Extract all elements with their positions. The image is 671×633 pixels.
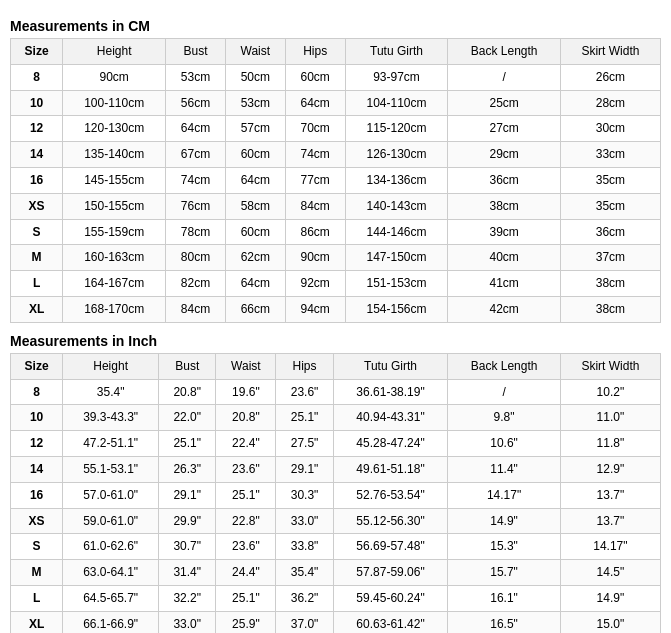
table-cell: 29.1" [276,456,333,482]
table-cell: / [448,64,560,90]
table-cell: XS [11,193,63,219]
table-cell: 29.9" [159,508,216,534]
inch-header-cell: Skirt Width [560,353,660,379]
table-cell: 25cm [448,90,560,116]
table-cell: 33.0" [276,508,333,534]
table-cell: 55.12-56.30" [333,508,448,534]
table-cell: S [11,219,63,245]
table-cell: 10.2" [560,379,660,405]
table-cell: 59.45-60.24" [333,585,448,611]
table-cell: 67cm [166,142,226,168]
table-cell: 30.3" [276,482,333,508]
table-cell: 151-153cm [345,271,448,297]
table-cell: 64cm [225,271,285,297]
table-cell: 63.0-64.1" [63,560,159,586]
inch-header-cell: Tutu Girth [333,353,448,379]
table-cell: 154-156cm [345,296,448,322]
table-cell: 47.2-51.1" [63,431,159,457]
table-cell: 50cm [225,64,285,90]
table-cell: 20.8" [216,405,276,431]
table-cell: 10 [11,405,63,431]
table-cell: 12 [11,431,63,457]
table-row: S155-159cm78cm60cm86cm144-146cm39cm36cm [11,219,661,245]
table-cell: 39cm [448,219,560,245]
table-cell: 14 [11,142,63,168]
cm-header-cell: Size [11,39,63,65]
table-cell: 86cm [285,219,345,245]
table-cell: 135-140cm [63,142,166,168]
table-cell: 59.0-61.0" [63,508,159,534]
inch-header-cell: Height [63,353,159,379]
table-cell: 28cm [560,90,660,116]
table-cell: 64cm [166,116,226,142]
table-row: L164-167cm82cm64cm92cm151-153cm41cm38cm [11,271,661,297]
table-cell: 10.6" [448,431,560,457]
inch-header-cell: Back Length [448,353,560,379]
table-row: S61.0-62.6"30.7"23.6"33.8"56.69-57.48"15… [11,534,661,560]
table-cell: 22.4" [216,431,276,457]
table-cell: 82cm [166,271,226,297]
table-cell: 60cm [285,64,345,90]
table-cell: 57.87-59.06" [333,560,448,586]
table-row: XS150-155cm76cm58cm84cm140-143cm38cm35cm [11,193,661,219]
table-cell: 15.3" [448,534,560,560]
table-cell: 14.9" [448,508,560,534]
table-cell: 76cm [166,193,226,219]
table-cell: 60.63-61.42" [333,611,448,633]
table-cell: M [11,560,63,586]
table-cell: 56.69-57.48" [333,534,448,560]
table-cell: 41cm [448,271,560,297]
table-cell: 60cm [225,219,285,245]
table-row: 1247.2-51.1"25.1"22.4"27.5"45.28-47.24"1… [11,431,661,457]
table-cell: 14 [11,456,63,482]
table-cell: 35cm [560,193,660,219]
table-cell: M [11,245,63,271]
table-cell: 19.6" [216,379,276,405]
table-cell: 23.6" [276,379,333,405]
table-cell: L [11,271,63,297]
table-cell: 57cm [225,116,285,142]
table-cell: 61.0-62.6" [63,534,159,560]
table-cell: 37.0" [276,611,333,633]
table-cell: 38cm [448,193,560,219]
table-cell: 13.7" [560,482,660,508]
table-cell: 27cm [448,116,560,142]
table-cell: 8 [11,64,63,90]
table-cell: 104-110cm [345,90,448,116]
table-cell: 92cm [285,271,345,297]
table-cell: 14.9" [560,585,660,611]
table-cell: 16 [11,167,63,193]
table-cell: 33cm [560,142,660,168]
inch-section-title: Measurements in Inch [10,333,661,349]
table-cell: 140-143cm [345,193,448,219]
cm-table-body: 890cm53cm50cm60cm93-97cm/26cm10100-110cm… [11,64,661,322]
table-cell: 62cm [225,245,285,271]
cm-section-title: Measurements in CM [10,18,661,34]
table-cell: 25.1" [159,431,216,457]
table-cell: 22.8" [216,508,276,534]
table-cell: 25.1" [216,482,276,508]
table-cell: 36.61-38.19" [333,379,448,405]
table-cell: 53cm [225,90,285,116]
table-cell: 29cm [448,142,560,168]
table-cell: 115-120cm [345,116,448,142]
table-cell: 40cm [448,245,560,271]
cm-header-cell: Hips [285,39,345,65]
table-cell: 78cm [166,219,226,245]
table-cell: 74cm [166,167,226,193]
table-cell: 33.0" [159,611,216,633]
table-cell: 120-130cm [63,116,166,142]
table-cell: 160-163cm [63,245,166,271]
cm-header-cell: Height [63,39,166,65]
table-cell: 11.8" [560,431,660,457]
cm-header-cell: Skirt Width [560,39,660,65]
table-row: 835.4"20.8"19.6"23.6"36.61-38.19"/10.2" [11,379,661,405]
table-cell: 39.3-43.3" [63,405,159,431]
table-cell: 24.4" [216,560,276,586]
table-cell: 66.1-66.9" [63,611,159,633]
table-cell: 66cm [225,296,285,322]
table-cell: 9.8" [448,405,560,431]
table-cell: 20.8" [159,379,216,405]
cm-header-row: SizeHeightBustWaistHipsTutu GirthBack Le… [11,39,661,65]
table-cell: 100-110cm [63,90,166,116]
